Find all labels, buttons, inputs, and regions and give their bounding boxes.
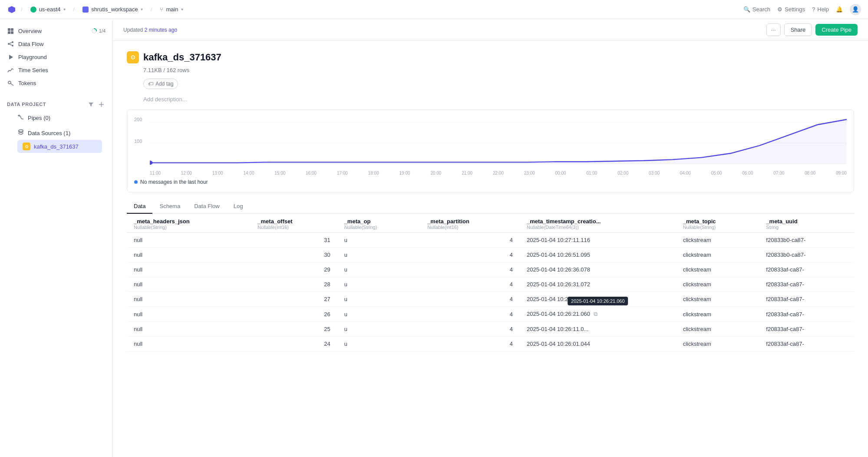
cell-headers-json: null (127, 277, 251, 292)
ds-meta: 7.11KB / 162 rows (143, 67, 854, 73)
nav-workspace[interactable]: shrutis_workspace ▾ (79, 4, 146, 14)
cell-uuid: f20833af-ca87- (759, 292, 854, 307)
sidebar-item-data-sources[interactable]: Data Sources (1) (14, 126, 102, 140)
nav-region[interactable]: us-east4 ▾ (27, 4, 69, 14)
tab-log[interactable]: Log (227, 199, 250, 214)
data-project-label: DATA PROJECT (7, 102, 46, 107)
toolbar-right: ··· Share Create Pipe (766, 23, 858, 36)
add-tag-label: Add tag (155, 81, 173, 87)
cell-op: u (337, 307, 421, 322)
col-timestamp: _meta_timestamp_creatio... Nullable(Date… (520, 214, 676, 233)
col-headers-json: _meta_headers_json Nullable(String) (127, 214, 251, 233)
share-button[interactable]: Share (784, 23, 812, 36)
chart-x-labels: 11:0012:0013:0014:0015:0016:0017:0018:00… (150, 171, 847, 176)
filter-action[interactable] (86, 100, 95, 109)
notifications-button[interactable]: 🔔 (836, 6, 843, 13)
data-project-section: DATA PROJECT Pipes (0) (0, 95, 112, 156)
avatar-icon: 👤 (850, 4, 861, 15)
sidebar-item-tokens[interactable]: Tokens (0, 76, 112, 89)
settings-button[interactable]: ⚙ Settings (777, 6, 805, 13)
cell-timestamp: 2025-01-04 10:26:26.066 (520, 292, 676, 307)
overview-progress: 1/4 (91, 28, 106, 34)
sidebar-item-data-flow[interactable]: Data Flow (0, 37, 112, 50)
updated-time-link[interactable]: 2 minutes ago (145, 27, 177, 33)
cell-uuid: f20833af-ca87- (759, 277, 854, 292)
cell-offset: 28 (251, 277, 337, 292)
user-avatar[interactable]: 👤 (850, 4, 861, 15)
cell-uuid: f20833af-ca87- (759, 337, 854, 351)
nav-sep-3: / (151, 6, 152, 13)
table-row: null 25 u 4 2025-01-04 10:26:11.0... cli… (127, 322, 854, 337)
svg-point-17 (19, 130, 23, 132)
no-messages-dot (134, 180, 138, 184)
svg-rect-3 (8, 31, 10, 34)
sidebar-item-kafka-ds[interactable]: ⚙ kafka_ds_371637 (17, 140, 102, 153)
settings-label: Settings (785, 6, 805, 13)
col-uuid: _meta_uuid String (759, 214, 854, 233)
col-op: _meta_op Nullable(String) (337, 214, 421, 233)
cell-topic: clickstream (676, 233, 759, 248)
play-icon (7, 53, 14, 60)
cell-headers-json: null (127, 233, 251, 248)
cell-op: u (337, 262, 421, 277)
search-button[interactable]: 🔍 Search (743, 6, 770, 13)
svg-point-13 (8, 81, 11, 84)
cell-op: u (337, 322, 421, 337)
cell-topic: clickstream (676, 277, 759, 292)
ds-header: ⚙ kafka_ds_371637 (127, 51, 854, 63)
add-action[interactable] (97, 100, 106, 109)
table-row: null 30 u 4 2025-01-04 10:26:51.095 clic… (127, 248, 854, 262)
tab-data-flow[interactable]: Data Flow (187, 199, 227, 214)
cell-topic: clickstream (676, 292, 759, 307)
table-row: null 26 u 4 2025-01-04 10:26:21.060 ⧉ 20… (127, 307, 854, 322)
tab-data[interactable]: Data (127, 199, 152, 214)
svg-rect-4 (11, 31, 13, 34)
chart-icon (7, 66, 14, 73)
nav-sep-2: / (73, 6, 75, 13)
top-nav: / us-east4 ▾ / shrutis_workspace ▾ / ⑂ m… (0, 0, 868, 19)
kafka-ds-label: kafka_ds_371637 (34, 143, 79, 150)
cell-offset: 30 (251, 248, 337, 262)
cell-offset: 31 (251, 233, 337, 248)
create-pipe-button[interactable]: Create Pipe (815, 24, 858, 36)
ds-title: kafka_ds_371637 (143, 52, 221, 63)
svg-marker-12 (9, 55, 13, 60)
table-row: null 31 u 4 2025-01-04 10:27:11.116 clic… (127, 233, 854, 248)
col-topic: _meta_topic Nullable(String) (676, 214, 759, 233)
kafka-icon: ⚙ (23, 142, 30, 150)
tab-schema[interactable]: Schema (152, 199, 187, 214)
toolbar: Updated 2 minutes ago ··· Share Create P… (113, 19, 868, 41)
sidebar-item-time-series[interactable]: Time Series (0, 63, 112, 76)
cell-partition: 4 (420, 322, 520, 337)
svg-line-11 (10, 44, 12, 45)
cell-uuid: f20833af-ca87- (759, 307, 854, 322)
cell-headers-json: null (127, 337, 251, 351)
svg-rect-2 (11, 28, 13, 31)
cell-timestamp: 2025-01-04 10:27:11.116 (520, 233, 676, 248)
nav-right: 🔍 Search ⚙ Settings ? Help 🔔 👤 (743, 4, 861, 15)
cell-headers-json: null (127, 292, 251, 307)
app-logo[interactable] (7, 5, 17, 14)
cell-op: u (337, 277, 421, 292)
ds-items: ⚙ kafka_ds_371637 (14, 140, 102, 153)
more-button[interactable]: ··· (766, 23, 781, 36)
sidebar-item-overview[interactable]: Overview 1/4 (0, 24, 112, 37)
cell-op: u (337, 292, 421, 307)
nav-sep-1: / (21, 6, 23, 13)
content-area: ⚙ kafka_ds_371637 7.11KB / 162 rows 🏷 Ad… (113, 41, 868, 457)
add-description[interactable]: Add description... (143, 96, 854, 103)
data-sources-section: Data Sources (1) ⚙ kafka_ds_371637 (7, 126, 106, 154)
sidebar-item-playground[interactable]: Playground (0, 50, 112, 63)
add-tag-button[interactable]: 🏷 Add tag (143, 79, 178, 89)
help-icon: ? (812, 6, 815, 13)
tooltip-copy-icon[interactable]: ⧉ (594, 311, 597, 317)
overview-badge: 1/4 (99, 28, 106, 33)
cell-partition: 4 (420, 292, 520, 307)
cell-op: u (337, 337, 421, 351)
nav-branch[interactable]: ⑂ main ▾ (156, 4, 186, 14)
data-sources-icon (17, 129, 24, 137)
help-button[interactable]: ? Help (812, 6, 829, 13)
pipes-icon (17, 114, 24, 122)
cell-topic: clickstream (676, 322, 759, 337)
sidebar-item-pipes[interactable]: Pipes (0) (14, 111, 102, 125)
